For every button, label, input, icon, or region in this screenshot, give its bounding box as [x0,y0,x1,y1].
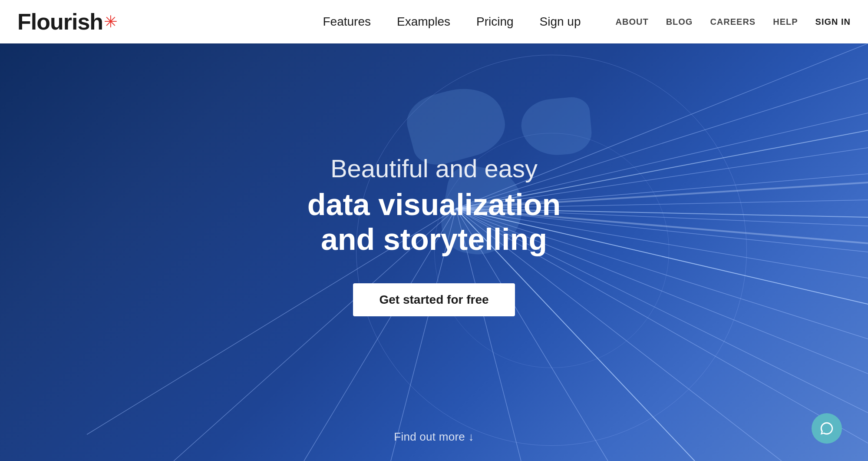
hero-section: Beautiful and easy data visualization an… [0,0,868,461]
nav-help[interactable]: HELP [773,17,798,27]
hero-title-line2: and storytelling [321,222,547,256]
continent-3 [519,96,593,158]
nav-blog[interactable]: BLOG [666,17,693,27]
hero-subtitle: Beautiful and easy [307,153,561,184]
logo-link[interactable]: Flourish✳ [17,10,118,33]
find-more-link[interactable]: Find out more ↓ [394,430,474,444]
nav-pricing[interactable]: Pricing [476,15,514,29]
logo-star-icon: ✳ [104,13,118,30]
hero-title: data visualization and storytelling [307,187,561,257]
navbar: Flourish✳ Features Examples Pricing Sign… [0,0,868,43]
nav-examples[interactable]: Examples [397,15,450,29]
secondary-nav: ABOUT BLOG CAREERS HELP SIGN IN [616,17,851,27]
nav-signin[interactable]: SIGN IN [815,17,851,27]
hero-content: Beautiful and easy data visualization an… [307,153,561,351]
nav-careers[interactable]: CAREERS [710,17,756,27]
nav-signup[interactable]: Sign up [540,15,581,29]
hero-title-line1: data visualization [307,188,561,222]
chat-icon [819,421,834,436]
logo-text: Flourish [17,10,103,33]
cta-button[interactable]: Get started for free [353,283,515,316]
primary-nav: Features Examples Pricing Sign up [323,15,581,29]
nav-features[interactable]: Features [323,15,371,29]
nav-about[interactable]: ABOUT [616,17,649,27]
chat-support-button[interactable] [812,413,842,444]
